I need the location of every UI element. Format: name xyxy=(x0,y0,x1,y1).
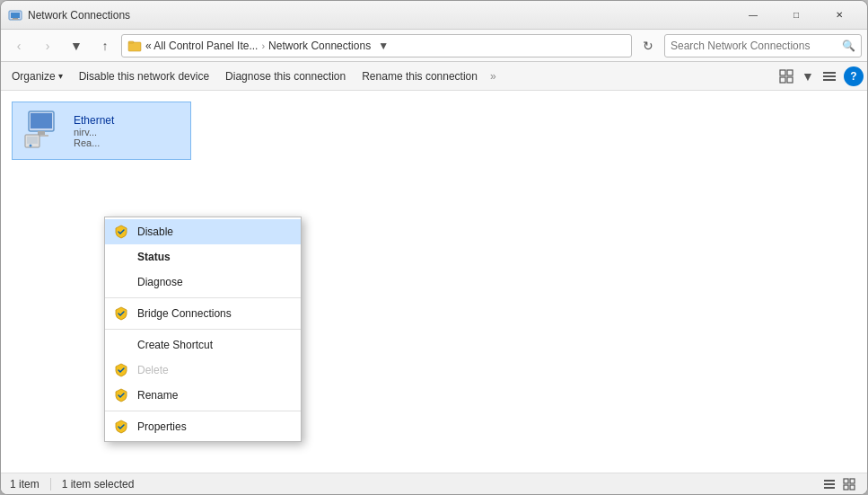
rename-button[interactable]: Rename this connection xyxy=(355,65,485,88)
shield-icon xyxy=(114,225,128,239)
status-bar: 1 item 1 item selected xyxy=(1,473,867,494)
context-menu-label: Rename xyxy=(137,389,178,402)
context-menu-label: Delete xyxy=(137,364,169,376)
path-arrow: › xyxy=(261,40,265,51)
context-menu-label: Status xyxy=(137,251,171,263)
context-menu-item-diagnose[interactable]: Diagnose xyxy=(105,270,301,295)
window: Network Connections — □ ✕ ‹ › ▼ ↑ « All … xyxy=(0,0,868,495)
context-menu-item-properties[interactable]: Properties xyxy=(105,414,301,439)
context-menu-label: Create Shortcut xyxy=(137,339,213,351)
svg-rect-21 xyxy=(824,483,835,485)
shield-icon xyxy=(114,388,128,402)
change-view-button[interactable] xyxy=(774,65,799,88)
path-current: Network Connections xyxy=(268,40,371,52)
svg-rect-14 xyxy=(31,113,52,128)
status-grid-view[interactable] xyxy=(840,475,858,493)
content-area: Ethernet nirv... Rea... DisableStatusDia… xyxy=(1,91,867,473)
context-menu-label: Diagnose xyxy=(137,276,183,288)
svg-rect-22 xyxy=(824,487,835,489)
context-menu-item-status[interactable]: Status xyxy=(105,244,301,270)
folder-icon xyxy=(127,39,142,53)
disable-button[interactable]: Disable this network device xyxy=(72,65,216,88)
svg-rect-25 xyxy=(844,485,848,490)
help-button[interactable]: ? xyxy=(844,66,864,86)
diagnose-button[interactable]: Diagnose this connection xyxy=(218,65,353,88)
svg-rect-15 xyxy=(38,131,45,135)
svg-rect-24 xyxy=(850,479,855,483)
details-view-button[interactable] xyxy=(817,65,842,88)
context-menu-item-rename[interactable]: Rename xyxy=(105,383,301,408)
svg-rect-1 xyxy=(11,13,20,18)
window-icon xyxy=(8,8,22,22)
refresh-button[interactable]: ↻ xyxy=(636,33,661,58)
context-menu-item-disable[interactable]: Disable xyxy=(105,219,301,244)
path-dropdown-button[interactable]: ▼ xyxy=(374,34,392,57)
maximize-button[interactable]: □ xyxy=(776,2,817,29)
organize-button[interactable]: Organize ▾ xyxy=(4,65,70,88)
search-box[interactable]: 🔍 xyxy=(664,34,862,57)
svg-rect-18 xyxy=(27,137,38,144)
context-menu-item-bridge[interactable]: Bridge Connections xyxy=(105,301,301,326)
address-bar: ‹ › ▼ ↑ « All Control Panel Ite... › Net… xyxy=(1,30,867,62)
ethernet-name: Ethernet xyxy=(74,114,114,127)
svg-rect-23 xyxy=(844,479,848,483)
minimize-button[interactable]: — xyxy=(732,2,774,29)
ethernet-item[interactable]: Ethernet nirv... Rea... xyxy=(12,102,191,160)
svg-rect-10 xyxy=(823,72,836,74)
shield-icon xyxy=(114,420,128,434)
svg-rect-12 xyxy=(823,79,836,81)
view-options: ▼ xyxy=(774,65,842,88)
svg-rect-8 xyxy=(780,77,785,83)
svg-rect-3 xyxy=(12,19,19,20)
context-menu-label: Disable xyxy=(137,225,173,238)
svg-rect-4 xyxy=(128,42,141,51)
ethernet-info: Ethernet nirv... Rea... xyxy=(74,114,114,148)
context-menu-separator xyxy=(105,411,301,411)
context-menu-item-shortcut[interactable]: Create Shortcut xyxy=(105,332,301,358)
search-input[interactable] xyxy=(671,40,838,52)
back-button[interactable]: ‹ xyxy=(6,33,31,58)
svg-rect-2 xyxy=(13,18,18,19)
search-icon: 🔍 xyxy=(842,40,855,52)
forward-button[interactable]: › xyxy=(35,33,60,58)
ethernet-icon xyxy=(23,108,66,154)
svg-rect-6 xyxy=(780,70,785,75)
more-options: » xyxy=(487,70,500,83)
address-path[interactable]: « All Control Panel Ite... › Network Con… xyxy=(121,34,632,57)
svg-point-19 xyxy=(30,145,32,147)
context-menu-item-delete: Delete xyxy=(105,358,301,383)
shield-icon xyxy=(114,306,128,321)
ethernet-sub2: Rea... xyxy=(74,137,114,148)
svg-rect-7 xyxy=(787,70,793,75)
context-menu-label: Bridge Connections xyxy=(137,307,232,320)
status-view-buttons xyxy=(820,475,858,493)
status-list-view[interactable] xyxy=(820,475,838,493)
list-view-icon xyxy=(823,478,836,491)
up-button[interactable]: ↑ xyxy=(92,33,118,58)
view-dropdown-button[interactable]: ▼ xyxy=(801,65,815,88)
ethernet-sub1: nirv... xyxy=(74,127,114,137)
item-count: 1 item xyxy=(10,478,51,491)
svg-rect-20 xyxy=(824,480,835,482)
context-menu: DisableStatusDiagnose Bridge Connections… xyxy=(104,217,302,442)
window-title: Network Connections xyxy=(28,9,732,22)
svg-rect-11 xyxy=(823,75,836,77)
context-menu-separator xyxy=(105,329,301,330)
title-bar: Network Connections — □ ✕ xyxy=(1,1,867,30)
view-icon xyxy=(779,69,793,84)
path-prefix: « All Control Panel Ite... xyxy=(145,40,258,52)
shield-icon xyxy=(114,363,128,377)
svg-rect-5 xyxy=(128,41,134,43)
context-menu-label: Properties xyxy=(137,420,187,433)
window-controls: — □ ✕ xyxy=(732,2,860,29)
recent-locations-button[interactable]: ▼ xyxy=(64,33,89,58)
toolbar: Organize ▾ Disable this network device D… xyxy=(1,62,867,91)
grid-view-icon xyxy=(843,478,855,491)
close-button[interactable]: ✕ xyxy=(819,2,860,29)
svg-rect-9 xyxy=(787,77,793,83)
selection-info: 1 item selected xyxy=(62,478,145,491)
details-icon xyxy=(822,69,837,84)
context-menu-separator xyxy=(105,297,301,298)
svg-rect-26 xyxy=(850,485,855,490)
